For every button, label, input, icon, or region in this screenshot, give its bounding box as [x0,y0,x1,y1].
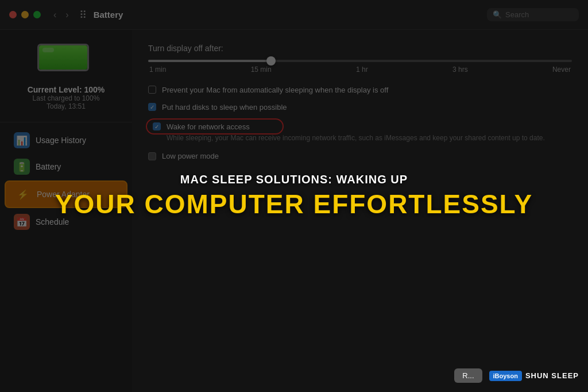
watermark-text: SHUN SLEEP [525,371,579,380]
bottom-btn[interactable]: R... [454,368,482,383]
overlay-subtitle: MAC SLEEP SOLUTIONS: WAKING UP [180,173,408,186]
bottom-bar: R... iBoyson SHUN SLEEP [454,368,579,383]
overlay: MAC SLEEP SOLUTIONS: WAKING UP YOUR COMP… [0,0,588,392]
overlay-title: YOUR COMPUTER EFFORTLESSLY [55,190,533,219]
watermark: iBoyson SHUN SLEEP [489,371,579,381]
watermark-logo: iBoyson [489,371,522,381]
